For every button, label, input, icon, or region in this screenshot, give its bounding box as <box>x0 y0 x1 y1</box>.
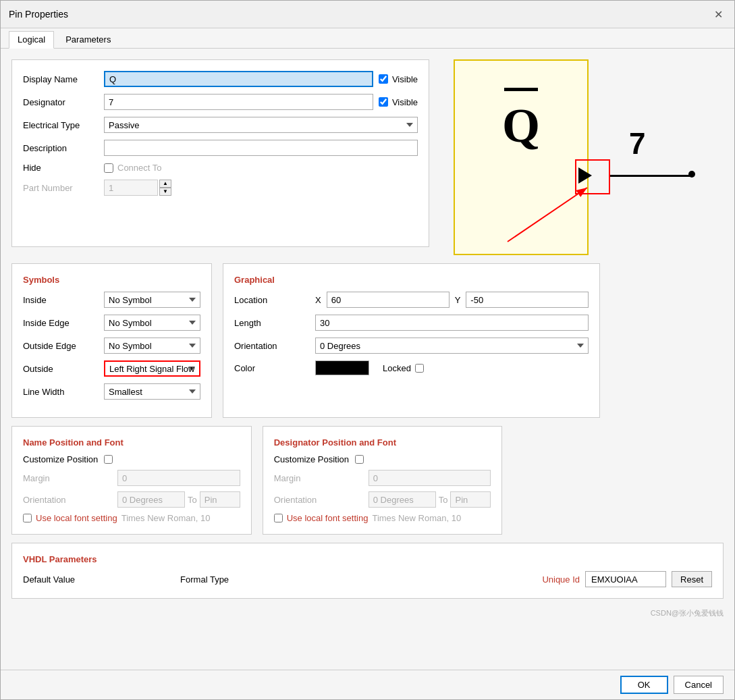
name-local-font-checkbox[interactable] <box>23 514 32 522</box>
graphical-orientation-select[interactable]: 0 Degrees 90 Degrees 180 Degrees 270 Deg… <box>315 338 589 354</box>
close-button[interactable]: ✕ <box>710 6 726 22</box>
des-customize-label: Customize Position <box>274 454 355 464</box>
name-position-section: Name Position and Font Customize Positio… <box>11 426 252 535</box>
des-orientation-label: Orientation <box>274 495 369 505</box>
des-pin-select[interactable]: Pin <box>450 491 491 508</box>
electrical-type-select[interactable]: Passive <box>104 117 418 133</box>
preview-q-overline <box>504 88 538 91</box>
inside-label: Inside <box>23 295 104 305</box>
font-section-row: Name Position and Font Customize Positio… <box>11 426 724 543</box>
part-number-label: Part Number <box>23 183 104 193</box>
cancel-button[interactable]: Cancel <box>674 676 724 694</box>
location-x-input[interactable] <box>327 292 450 308</box>
designator-input[interactable] <box>104 94 373 110</box>
hide-checkbox[interactable] <box>104 163 113 173</box>
part-number-up[interactable]: ▲ <box>159 180 171 188</box>
name-orientation-select[interactable]: 0 Degrees <box>117 491 185 508</box>
inside-edge-label: Inside Edge <box>23 318 104 328</box>
length-input[interactable] <box>315 315 589 331</box>
preview-pin-dot <box>688 171 695 178</box>
vhdl-section: VHDL Parameters Default Value Formal Typ… <box>11 543 724 599</box>
length-row: Length <box>234 315 589 331</box>
display-name-visible-checkbox[interactable] <box>379 74 388 84</box>
middle-section: Symbols Inside No Symbol Inside Edge No … <box>11 263 724 426</box>
display-name-visible-label: Visible <box>392 74 418 84</box>
name-customize-checkbox[interactable] <box>104 455 113 464</box>
tab-logical[interactable]: Logical <box>9 31 54 49</box>
location-xy: X Y <box>315 292 589 308</box>
graphical-orientation-row: Orientation 0 Degrees 90 Degrees 180 Deg… <box>234 338 589 354</box>
x-label: X <box>315 295 321 305</box>
watermark: CSDN@张小兔爱钱钱 <box>11 607 724 620</box>
part-number-input[interactable] <box>104 180 158 196</box>
title-bar: Pin Properties ✕ <box>1 1 734 28</box>
des-customize-row: Customize Position <box>274 454 491 464</box>
designator-row: Designator Visible <box>23 94 418 110</box>
name-customize-row: Customize Position <box>23 454 240 464</box>
designator-visible-label: Visible <box>392 97 418 107</box>
vhdl-row: Default Value Formal Type Unique Id Rese… <box>23 571 712 587</box>
unique-id-input[interactable] <box>585 571 666 587</box>
color-row: Color Locked <box>234 360 589 375</box>
preview-pin-line <box>610 175 691 177</box>
part-number-spinner: ▲ ▼ <box>159 180 171 196</box>
name-position-title: Name Position and Font <box>23 437 240 448</box>
designator-position-title: Designator Position and Font <box>274 437 491 448</box>
outside-edge-select[interactable]: No Symbol <box>104 338 200 354</box>
unique-id-label: Unique Id <box>542 574 580 585</box>
graphical-orientation-label: Orientation <box>234 341 315 351</box>
location-y-input[interactable] <box>466 292 589 308</box>
preview-pin-triangle <box>578 167 592 186</box>
part-number-row: Part Number ▲ ▼ <box>23 180 418 196</box>
inside-edge-row: Inside Edge No Symbol <box>23 315 200 331</box>
designator-position-section: Designator Position and Font Customize P… <box>263 426 503 535</box>
line-width-row: Line Width Smallest Small Medium Large <box>23 383 200 400</box>
des-margin-row: Margin <box>274 470 491 486</box>
display-name-visible-group: Visible <box>379 74 418 84</box>
inside-edge-select[interactable]: No Symbol <box>104 315 200 331</box>
name-local-font-row: Use local font setting Times New Roman, … <box>23 513 240 523</box>
line-width-select[interactable]: Smallest Small Medium Large <box>104 383 200 400</box>
locked-checkbox[interactable] <box>415 364 424 373</box>
name-pin-select[interactable]: Pin <box>200 491 240 508</box>
designator-visible-checkbox[interactable] <box>379 97 388 107</box>
name-margin-input[interactable] <box>117 470 240 486</box>
des-orientation-select[interactable]: 0 Degrees <box>369 491 436 508</box>
part-number-down[interactable]: ▼ <box>159 188 171 196</box>
des-local-font-label: Use local font setting <box>287 513 369 523</box>
color-picker[interactable] <box>315 360 369 375</box>
unique-id-group: Unique Id Reset <box>542 571 712 587</box>
hide-label: Hide <box>23 163 104 173</box>
inside-select[interactable]: No Symbol <box>104 292 200 308</box>
logical-form: Display Name Visible Designator Visible <box>11 59 429 247</box>
graphical-section: Graphical Location X Y Length <box>223 263 600 418</box>
name-local-font-value: Times New Roman, 10 <box>121 513 211 523</box>
ok-button[interactable]: OK <box>620 676 668 694</box>
name-orientation-label: Orientation <box>23 495 117 505</box>
top-section: Display Name Visible Designator Visible <box>11 59 724 255</box>
color-label: Color <box>234 363 315 373</box>
description-input[interactable] <box>104 140 418 156</box>
outside-select[interactable]: Left Right Signal Flow No Symbol <box>104 360 200 377</box>
name-to-label: To <box>188 495 197 505</box>
line-width-label: Line Width <box>23 387 104 397</box>
des-customize-checkbox[interactable] <box>355 455 364 464</box>
vhdl-formal-type-label: Formal Type <box>180 574 229 585</box>
des-to-label: To <box>439 495 448 505</box>
reset-button[interactable]: Reset <box>672 571 712 587</box>
outside-row: Outside Left Right Signal Flow No Symbol <box>23 360 200 377</box>
des-margin-input[interactable] <box>369 470 491 486</box>
name-margin-label: Margin <box>23 473 117 483</box>
hide-row: Hide Connect To <box>23 163 418 173</box>
tab-bar: Logical Parameters <box>1 28 734 49</box>
preview-area: Q 7 <box>440 59 724 255</box>
connect-to-label: Connect To <box>117 163 162 173</box>
location-row: Location X Y <box>234 292 589 308</box>
display-name-input[interactable] <box>104 71 373 87</box>
name-customize-label: Customize Position <box>23 454 104 464</box>
pin-properties-dialog: Pin Properties ✕ Logical Parameters Disp… <box>0 0 735 700</box>
part-number-group: ▲ ▼ <box>104 180 171 196</box>
tab-parameters[interactable]: Parameters <box>57 31 119 48</box>
des-local-font-checkbox[interactable] <box>274 514 283 522</box>
electrical-type-row: Electrical Type Passive <box>23 117 418 133</box>
